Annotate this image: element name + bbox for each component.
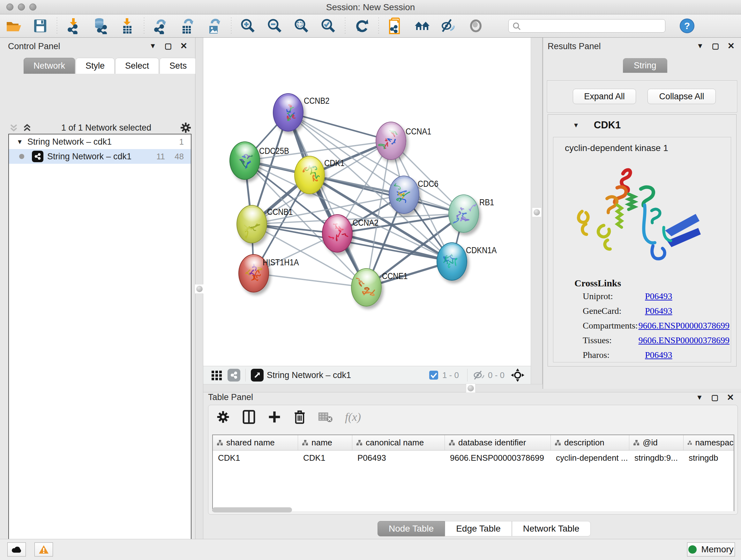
crosslink-link[interactable]: P06493: [645, 350, 672, 365]
network-node-CDC25B[interactable]: [229, 141, 260, 180]
network-snapshot-icon[interactable]: [387, 17, 404, 35]
right-splitter[interactable]: [531, 38, 542, 384]
network-view-type-icon[interactable]: [227, 369, 240, 381]
table-cell[interactable]: cyclin-dependent ...: [551, 450, 629, 465]
column-header-canonical-name[interactable]: canonical name: [352, 435, 445, 450]
tab-network-table[interactable]: Network Table: [512, 521, 591, 537]
tab-edge-table[interactable]: Edge Table: [445, 521, 512, 537]
memory-button[interactable]: Memory: [687, 543, 735, 557]
gene-section-header[interactable]: ▼ CDK1: [548, 115, 736, 136]
left-splitter-handle[interactable]: [195, 284, 204, 294]
table-cell[interactable]: 9606.ENSP00000378699: [445, 450, 551, 465]
left-splitter[interactable]: [195, 38, 203, 539]
network-edge-CDK1-RB1[interactable]: [310, 175, 464, 213]
node-gloss: [442, 245, 463, 260]
column-header-database-identifier[interactable]: database identifier: [445, 435, 551, 450]
panel-menu-icon[interactable]: ▼: [149, 42, 156, 50]
tab-string[interactable]: String: [623, 58, 667, 73]
table-horizontal-scrollbar[interactable]: [212, 507, 292, 512]
panel-menu-icon[interactable]: ▼: [696, 393, 703, 401]
tab-style[interactable]: Style: [76, 58, 115, 74]
import-network-file-icon[interactable]: [65, 17, 83, 35]
show-columns-icon[interactable]: [242, 410, 256, 424]
zoom-in-icon[interactable]: [239, 17, 257, 35]
crosslink-link[interactable]: P06493: [645, 306, 672, 320]
tab-node-table[interactable]: Node Table: [378, 521, 445, 537]
cloud-button[interactable]: [7, 543, 26, 557]
table-row[interactable]: CDK1CDK1P064939606.ENSP00000378699cyclin…: [213, 450, 734, 465]
open-session-icon[interactable]: [4, 17, 22, 35]
import-network-database-icon[interactable]: [91, 17, 110, 35]
table-cell[interactable]: stringdb:9...: [629, 450, 684, 465]
table-cell[interactable]: P06493: [352, 450, 445, 465]
crosslink-link[interactable]: 9606.ENSP00000378699: [638, 335, 730, 350]
panel-close-icon[interactable]: ✕: [727, 392, 734, 402]
network-collection-row[interactable]: ▼ String Network – cdk1 1: [9, 134, 191, 149]
import-table-icon[interactable]: [118, 17, 136, 35]
collection-collapse-icon[interactable]: ▼: [17, 138, 23, 145]
panel-float-icon[interactable]: ▢: [165, 42, 172, 51]
panel-close-icon[interactable]: ✕: [180, 41, 187, 51]
glass-eye-icon[interactable]: [467, 17, 485, 35]
network-node-CCNE1[interactable]: [351, 268, 382, 307]
column-header-shared-name[interactable]: shared name: [213, 435, 298, 450]
network-edge-CCNE1-HIST1H1A[interactable]: [254, 273, 366, 287]
panel-close-icon[interactable]: ✕: [727, 41, 735, 51]
crosslink-link[interactable]: P06493: [645, 291, 672, 306]
right-splitter-handle[interactable]: [532, 207, 542, 217]
network-node-CDK1[interactable]: [294, 156, 325, 194]
save-session-icon[interactable]: [31, 17, 49, 35]
table-cell[interactable]: stringdb: [684, 450, 734, 465]
string-home-icon[interactable]: [413, 17, 431, 35]
hide-glass-eye-icon[interactable]: [440, 17, 458, 35]
grid-view-icon[interactable]: [210, 369, 223, 381]
expand-all-button[interactable]: Expand All: [573, 89, 636, 104]
table-cell[interactable]: CDK1: [298, 450, 352, 465]
expand-all-icon[interactable]: [22, 123, 32, 132]
network-node-CCNA2[interactable]: [322, 214, 353, 253]
birdseye-view-icon[interactable]: [251, 369, 264, 381]
network-options-gear-icon[interactable]: [180, 122, 192, 133]
network-edge-CCNE1-CCNB2[interactable]: [288, 112, 366, 287]
tab-network[interactable]: Network: [23, 58, 75, 74]
selected-checkbox-icon[interactable]: [428, 370, 439, 381]
zoom-fit-icon[interactable]: [293, 17, 311, 35]
column-header-id[interactable]: @id: [629, 435, 684, 450]
collapse-all-button[interactable]: Collapse All: [648, 89, 716, 104]
column-header-name[interactable]: name: [298, 435, 352, 450]
crosslink-link[interactable]: 9606.ENSP00000378699: [638, 320, 730, 335]
export-table-icon[interactable]: [179, 17, 197, 35]
network-node-RB1[interactable]: [448, 194, 479, 233]
network-node-CDC6[interactable]: [389, 176, 419, 214]
network-node-CCNB2[interactable]: [273, 93, 304, 132]
column-header-description[interactable]: description: [551, 435, 629, 450]
table-options-gear-icon[interactable]: [216, 410, 230, 424]
export-network-icon[interactable]: [152, 17, 170, 35]
search-input[interactable]: [509, 19, 665, 33]
tab-select[interactable]: Select: [115, 58, 159, 74]
network-node-CCNA1[interactable]: [376, 122, 406, 160]
collapse-all-icon[interactable]: [8, 123, 19, 132]
network-canvas[interactable]: CCNB2CCNA1CDC25BCDK1CDC6RB1CCNB1CCNA2CDK…: [203, 38, 531, 366]
fit-selected-crosshair-icon[interactable]: [510, 368, 525, 382]
panel-menu-icon[interactable]: ▼: [697, 42, 704, 50]
bottom-splitter-handle[interactable]: [466, 383, 475, 393]
table-cell[interactable]: CDK1: [213, 450, 298, 465]
export-image-icon[interactable]: [205, 17, 223, 35]
zoom-selected-icon[interactable]: [320, 17, 337, 35]
network-node-CCNB1[interactable]: [237, 205, 267, 243]
network-node-CDKN1A[interactable]: [436, 242, 467, 281]
add-column-icon[interactable]: [268, 410, 281, 424]
tab-sets[interactable]: Sets: [159, 58, 197, 74]
warnings-button[interactable]: [35, 543, 53, 557]
column-header-namespace[interactable]: namespace: [684, 435, 734, 450]
network-row[interactable]: String Network – cdk1 11 48: [9, 149, 191, 164]
section-collapse-icon[interactable]: ▼: [573, 122, 579, 129]
help-icon[interactable]: ?: [678, 17, 696, 35]
zoom-out-icon[interactable]: [266, 17, 284, 35]
panel-float-icon[interactable]: ▢: [711, 393, 719, 402]
delete-column-icon[interactable]: [293, 410, 306, 424]
refresh-layout-icon[interactable]: [353, 17, 371, 35]
toolbar-separator: [57, 17, 57, 34]
panel-float-icon[interactable]: ▢: [712, 42, 719, 51]
